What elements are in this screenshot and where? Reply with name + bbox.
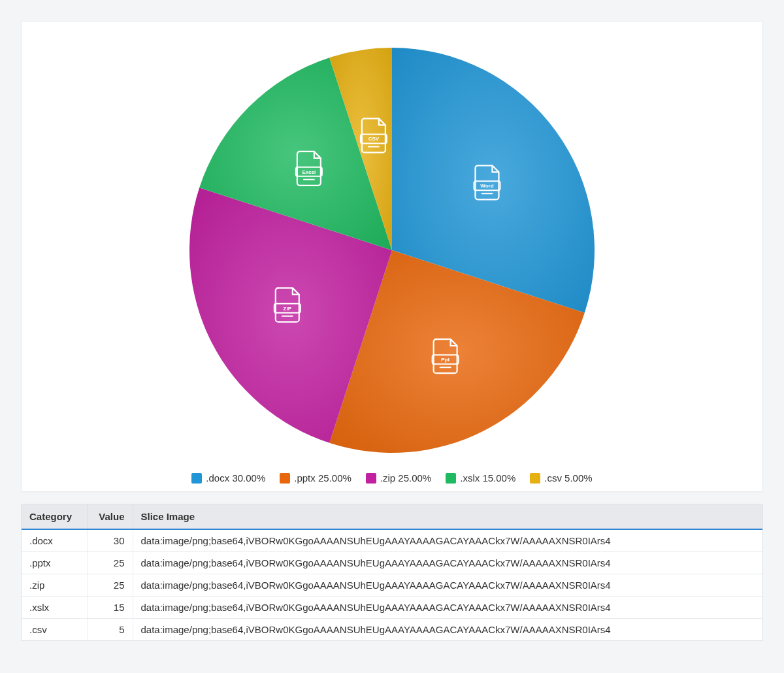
cell-slice-image: data:image/png;base64,iVBORw0KGgoAAAANSU… bbox=[133, 552, 762, 574]
cell-slice-image: data:image/png;base64,iVBORw0KGgoAAAANSU… bbox=[133, 529, 762, 552]
chart-card: WordPptZIPExcelCSV .docx 30.00%.pptx 25.… bbox=[21, 21, 763, 492]
cell-slice-image: data:image/png;base64,iVBORw0KGgoAAAANSU… bbox=[133, 597, 762, 619]
svg-text:Ppt: Ppt bbox=[441, 357, 449, 363]
legend-swatch bbox=[366, 473, 376, 484]
col-header-slice-image[interactable]: Slice Image bbox=[133, 504, 762, 529]
cell-slice-image: data:image/png;base64,iVBORw0KGgoAAAANSU… bbox=[133, 619, 762, 641]
svg-text:Word: Word bbox=[480, 183, 493, 189]
table-row[interactable]: .docx30data:image/png;base64,iVBORw0KGgo… bbox=[22, 529, 762, 552]
legend-item[interactable]: .pptx 25.00% bbox=[280, 472, 351, 484]
data-table-body: .docx30data:image/png;base64,iVBORw0KGgo… bbox=[22, 529, 762, 640]
legend-swatch bbox=[530, 473, 540, 484]
svg-text:Excel: Excel bbox=[302, 169, 316, 175]
table-row[interactable]: .xslx15data:image/png;base64,iVBORw0KGgo… bbox=[22, 597, 762, 619]
cell-category: .pptx bbox=[22, 552, 87, 574]
chart-legend: .docx 30.00%.pptx 25.00%.zip 25.00%.xslx… bbox=[35, 472, 749, 484]
cell-category: .docx bbox=[22, 529, 87, 552]
data-table: Category Value Slice Image .docx30data:i… bbox=[22, 504, 762, 640]
pie-svg: WordPptZIPExcelCSV bbox=[176, 35, 608, 466]
legend-item[interactable]: .docx 30.00% bbox=[191, 472, 265, 484]
col-header-value[interactable]: Value bbox=[87, 504, 133, 529]
table-row[interactable]: .zip25data:image/png;base64,iVBORw0KGgoA… bbox=[22, 574, 762, 597]
legend-label: .xslx 15.00% bbox=[460, 472, 515, 484]
legend-label: .docx 30.00% bbox=[206, 472, 265, 484]
svg-text:ZIP: ZIP bbox=[284, 306, 292, 312]
cell-value: 25 bbox=[87, 552, 133, 574]
pie-chart: WordPptZIPExcelCSV bbox=[35, 35, 749, 466]
legend-swatch bbox=[446, 473, 456, 484]
legend-swatch bbox=[280, 473, 290, 484]
cell-category: .csv bbox=[22, 619, 87, 641]
cell-value: 15 bbox=[87, 597, 133, 619]
cell-value: 5 bbox=[87, 619, 133, 641]
table-row[interactable]: .csv5data:image/png;base64,iVBORw0KGgoAA… bbox=[22, 619, 762, 641]
table-row[interactable]: .pptx25data:image/png;base64,iVBORw0KGgo… bbox=[22, 552, 762, 574]
col-header-category[interactable]: Category bbox=[22, 504, 87, 529]
legend-item[interactable]: .xslx 15.00% bbox=[446, 472, 515, 484]
legend-item[interactable]: .csv 5.00% bbox=[530, 472, 592, 484]
cell-category: .zip bbox=[22, 574, 87, 597]
cell-value: 30 bbox=[87, 529, 133, 552]
legend-label: .csv 5.00% bbox=[544, 472, 592, 484]
legend-label: .zip 25.00% bbox=[380, 472, 431, 484]
svg-text:CSV: CSV bbox=[368, 136, 380, 142]
legend-item[interactable]: .zip 25.00% bbox=[366, 472, 431, 484]
data-table-card: Category Value Slice Image .docx30data:i… bbox=[21, 504, 763, 641]
cell-slice-image: data:image/png;base64,iVBORw0KGgoAAAANSU… bbox=[133, 574, 762, 597]
cell-value: 25 bbox=[87, 574, 133, 597]
legend-swatch bbox=[191, 473, 202, 484]
cell-category: .xslx bbox=[22, 597, 87, 619]
legend-label: .pptx 25.00% bbox=[294, 472, 351, 484]
